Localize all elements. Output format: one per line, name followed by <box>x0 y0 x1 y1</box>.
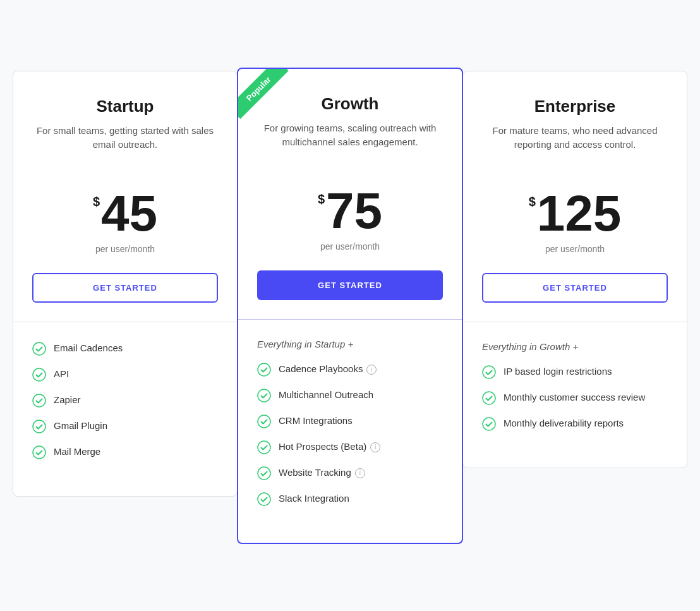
feature-item: Cadence Playbooksi <box>257 362 443 377</box>
check-icon <box>257 440 271 454</box>
get-started-button-enterprise[interactable]: GET STARTED <box>482 273 668 303</box>
svg-point-5 <box>258 363 270 376</box>
price-dollar-enterprise: $ <box>529 195 536 209</box>
plan-features-startup: Email Cadences API Zapier <box>13 322 237 496</box>
price-amount-startup: 45 <box>101 188 157 239</box>
plan-description-startup: For small teams, getting started with sa… <box>32 124 218 169</box>
price-period-startup: per user/month <box>32 244 218 254</box>
svg-point-13 <box>483 418 495 430</box>
check-icon <box>257 466 271 480</box>
check-icon <box>482 365 496 379</box>
feature-item: API <box>32 367 218 382</box>
price-amount-growth: 75 <box>326 186 382 236</box>
check-icon <box>482 417 496 431</box>
plan-description-enterprise: For mature teams, who need advanced repo… <box>482 124 668 169</box>
info-icon-growth-3[interactable]: i <box>370 442 380 452</box>
plan-description-growth: For growing teams, scaling outreach with… <box>257 121 443 167</box>
info-icon-growth-0[interactable]: i <box>366 365 377 375</box>
feature-text: Cadence Playbooksi <box>279 362 377 375</box>
check-icon <box>32 420 46 433</box>
check-icon <box>257 414 271 428</box>
svg-point-7 <box>258 415 270 428</box>
get-started-button-growth[interactable]: GET STARTED <box>257 270 443 300</box>
feature-text: Monthly deliverability reports <box>504 416 624 430</box>
popular-badge-label: Popular <box>238 69 289 119</box>
check-icon <box>32 445 46 459</box>
feature-item: Gmail Plugin <box>32 419 218 433</box>
plan-card-startup: Startup For small teams, getting started… <box>13 71 238 497</box>
price-period-growth: per user/month <box>257 241 443 251</box>
svg-point-10 <box>258 493 270 505</box>
svg-point-1 <box>33 368 45 381</box>
svg-point-8 <box>258 441 270 454</box>
feature-text: Website Trackingi <box>279 466 365 479</box>
features-heading-enterprise: Everything in Growth + <box>482 341 668 352</box>
plan-features-enterprise: Everything in Growth + IP based login re… <box>463 322 687 468</box>
feature-item: Zapier <box>32 393 218 408</box>
plan-features-growth: Everything in Startup + Cadence Playbook… <box>238 320 462 543</box>
feature-item: Email Cadences <box>32 341 218 356</box>
plan-card-growth: Popular Growth For growing teams, scalin… <box>237 68 463 544</box>
plan-top-startup: Startup For small teams, getting started… <box>13 71 237 322</box>
feature-item: IP based login restrictions <box>482 365 668 379</box>
feature-item: Mail Merge <box>32 445 218 459</box>
plan-price-container-startup: $ 45 <box>32 188 218 239</box>
feature-text: Zapier <box>54 393 81 406</box>
feature-item: Slack Integration <box>257 492 443 506</box>
svg-point-9 <box>258 467 270 480</box>
feature-text: Slack Integration <box>279 492 349 505</box>
plan-price-container-growth: $ 75 <box>257 186 443 236</box>
plan-name-enterprise: Enterprise <box>482 97 668 116</box>
check-icon <box>257 492 271 506</box>
feature-text: Gmail Plugin <box>54 419 107 432</box>
plan-price-container-enterprise: $ 125 <box>482 188 668 239</box>
svg-point-2 <box>33 394 45 407</box>
feature-text: IP based login restrictions <box>504 365 612 378</box>
check-icon <box>32 342 46 356</box>
svg-point-6 <box>258 389 270 402</box>
price-period-enterprise: per user/month <box>482 244 668 254</box>
price-amount-enterprise: 125 <box>537 188 621 239</box>
svg-point-3 <box>33 420 45 433</box>
pricing-container: Startup For small teams, getting started… <box>13 71 687 541</box>
feature-item: Monthly deliverability reports <box>482 416 668 431</box>
svg-point-0 <box>33 342 45 355</box>
feature-text: Mail Merge <box>54 445 100 458</box>
get-started-button-startup[interactable]: GET STARTED <box>32 273 218 303</box>
price-dollar-startup: $ <box>93 195 100 209</box>
svg-point-11 <box>483 366 495 378</box>
check-icon <box>32 394 46 408</box>
feature-text: Hot Prospects (Beta)i <box>279 440 380 453</box>
plan-name-startup: Startup <box>32 97 218 116</box>
feature-text: Monthly customer success review <box>504 390 645 404</box>
feature-item: Website Trackingi <box>257 466 443 480</box>
popular-badge: Popular <box>238 69 295 126</box>
check-icon <box>257 389 271 402</box>
feature-item: Multichannel Outreach <box>257 388 443 402</box>
feature-text: Multichannel Outreach <box>279 388 373 401</box>
features-heading-growth: Everything in Startup + <box>257 339 443 349</box>
svg-point-12 <box>483 392 495 404</box>
info-icon-growth-4[interactable]: i <box>355 468 365 478</box>
feature-text: Email Cadences <box>54 341 123 354</box>
check-icon <box>32 368 46 382</box>
check-icon <box>257 363 271 377</box>
svg-point-4 <box>33 446 45 459</box>
plan-card-enterprise: Enterprise For mature teams, who need ad… <box>462 71 687 468</box>
plan-top-enterprise: Enterprise For mature teams, who need ad… <box>463 71 687 322</box>
feature-item: CRM Integrations <box>257 414 443 428</box>
feature-text: CRM Integrations <box>279 414 353 427</box>
price-dollar-growth: $ <box>318 192 325 207</box>
feature-item: Hot Prospects (Beta)i <box>257 440 443 454</box>
check-icon <box>482 391 496 405</box>
feature-text: API <box>54 367 69 380</box>
feature-item: Monthly customer success review <box>482 390 668 405</box>
